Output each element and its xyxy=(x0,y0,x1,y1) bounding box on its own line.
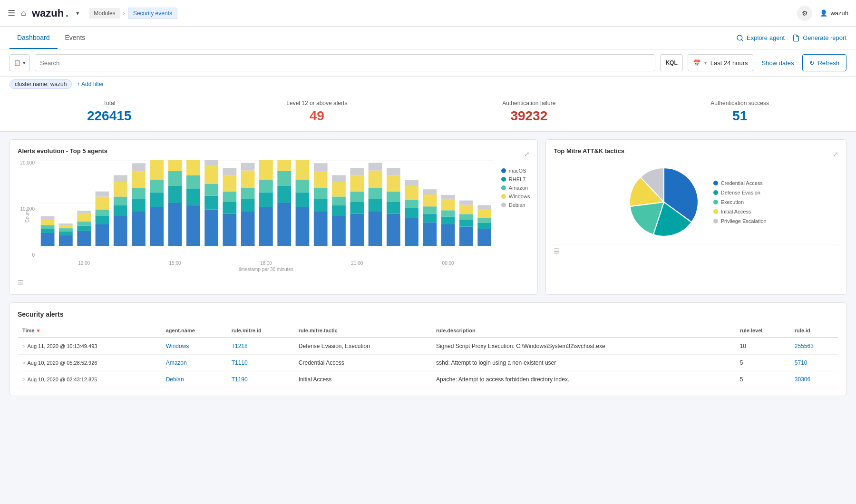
brand-dropdown[interactable]: ▾ xyxy=(76,10,79,17)
add-filter-button[interactable]: + Add filter xyxy=(77,81,104,87)
svg-rect-64 xyxy=(259,207,273,246)
expand-pie-chart-icon[interactable]: ⤢ xyxy=(833,150,838,158)
svg-rect-72 xyxy=(277,160,291,171)
cell-agent-1[interactable]: Amazon xyxy=(161,355,227,371)
svg-rect-112 xyxy=(423,194,437,206)
cell-mitre-id-2[interactable]: T1190 xyxy=(227,371,294,388)
pie-list-icon[interactable]: ☰ xyxy=(554,247,560,255)
cell-rule-id-1[interactable]: 5710 xyxy=(790,355,838,371)
breadcrumb-modules[interactable]: Modules xyxy=(89,8,120,19)
svg-rect-120 xyxy=(459,220,473,226)
sort-icon: ▼ xyxy=(36,328,41,333)
y-axis-title: Count xyxy=(25,197,30,235)
col-agent[interactable]: agent.name xyxy=(161,324,227,338)
cell-rule-id-0[interactable]: 255563 xyxy=(790,338,838,355)
svg-rect-39 xyxy=(168,203,182,246)
time-selector[interactable]: 📅 ▾ Last 24 hours xyxy=(688,54,753,71)
svg-rect-77 xyxy=(296,160,310,180)
svg-rect-56 xyxy=(223,192,237,202)
breadcrumb-security-events[interactable]: Security events xyxy=(128,8,177,19)
legend-dot-debian xyxy=(501,203,506,207)
legend-amazon: Amazon xyxy=(501,185,530,191)
svg-rect-31 xyxy=(132,188,146,199)
svg-rect-26 xyxy=(114,197,127,205)
svg-rect-32 xyxy=(132,171,146,188)
security-alerts-table-card: Security alerts Time ▼ agent.name rule.m… xyxy=(10,302,846,396)
report-icon xyxy=(792,34,800,42)
settings-icon[interactable]: ⚙ xyxy=(797,6,812,21)
home-icon[interactable]: ⌂ xyxy=(21,8,26,18)
svg-rect-76 xyxy=(296,180,310,193)
stats-row: Total 226415 Level 12 or above alerts 49… xyxy=(0,92,856,132)
list-icon[interactable]: ☰ xyxy=(18,279,24,287)
user-menu[interactable]: 👤 wazuh xyxy=(820,10,848,17)
dropdown-arrow-icon: ▾ xyxy=(23,60,26,66)
svg-rect-100 xyxy=(387,202,400,213)
col-level[interactable]: rule.level xyxy=(735,324,790,338)
svg-rect-27 xyxy=(114,182,127,197)
cell-rule-id-2[interactable]: 30306 xyxy=(790,371,838,388)
svg-rect-62 xyxy=(241,171,255,188)
search-bar[interactable] xyxy=(35,54,655,71)
cell-mitre-id-1[interactable]: T1110 xyxy=(227,355,294,371)
row-expand-1[interactable]: > xyxy=(22,360,25,366)
svg-rect-80 xyxy=(314,199,328,212)
svg-rect-53 xyxy=(204,160,218,166)
col-mitre-id[interactable]: rule.mitre.id xyxy=(227,324,294,338)
cell-tactic-2: Initial Access xyxy=(294,371,431,388)
svg-rect-57 xyxy=(223,175,237,192)
col-mitre-tactic[interactable]: rule.mitre.tactic xyxy=(294,324,431,338)
filter-tag[interactable]: cluster.name: wazuh xyxy=(10,79,72,89)
tab-events[interactable]: Events xyxy=(58,27,93,49)
kql-badge[interactable]: KQL xyxy=(660,54,682,71)
tab-dashboard[interactable]: Dashboard xyxy=(10,27,58,49)
x-axis-labels: 12:00 15:00 18:00 21:00 00:00 xyxy=(39,261,494,266)
explore-agent-button[interactable]: Explore agent xyxy=(736,34,785,42)
cell-level-0: 10 xyxy=(735,338,790,355)
svg-rect-18 xyxy=(77,211,91,213)
stat-auth-failure: Authentication failure 39232 xyxy=(502,100,555,124)
cell-agent-2[interactable]: Debian xyxy=(161,371,227,388)
bar-chart-svg xyxy=(39,160,494,247)
col-time[interactable]: Time ▼ xyxy=(18,324,161,338)
svg-rect-118 xyxy=(441,195,455,200)
search-type-icon: 📋 xyxy=(14,59,21,66)
cell-level-1: 5 xyxy=(735,355,790,371)
bar-chart-footer: ☰ xyxy=(18,276,530,287)
svg-rect-97 xyxy=(369,171,382,188)
svg-rect-9 xyxy=(59,235,73,246)
svg-rect-111 xyxy=(423,206,437,213)
cell-agent-0[interactable]: Windows xyxy=(161,338,227,355)
calendar-icon: 📅 xyxy=(693,59,700,67)
svg-rect-117 xyxy=(441,200,455,211)
hamburger-icon[interactable]: ☰ xyxy=(8,8,15,19)
show-dates-button[interactable]: Show dates xyxy=(758,59,798,67)
toolbar: 📋 ▾ KQL 📅 ▾ Last 24 hours Show dates ↻ R… xyxy=(0,49,856,77)
svg-rect-116 xyxy=(441,210,455,217)
svg-rect-49 xyxy=(204,210,218,246)
time-selector-arrow: ▾ xyxy=(704,60,707,66)
col-rule-id[interactable]: rule.id xyxy=(790,324,838,338)
svg-rect-61 xyxy=(241,188,255,199)
row-expand-0[interactable]: > xyxy=(22,343,25,349)
svg-rect-6 xyxy=(41,225,55,229)
main-content: Alerts evolution - Top 5 agents ⤢ 20,000… xyxy=(0,132,856,404)
search-input[interactable] xyxy=(40,59,650,67)
pie-chart-card: Top Mitre ATT&K tactics ⤢ Credential Acc… xyxy=(545,139,846,295)
refresh-button[interactable]: ↻ Refresh xyxy=(802,54,846,71)
svg-rect-75 xyxy=(296,193,310,208)
expand-bar-chart-icon[interactable]: ⤢ xyxy=(524,150,530,158)
svg-point-0 xyxy=(737,35,742,40)
table-row: >Aug 11, 2020 @ 10:13:49.493 Windows T12… xyxy=(18,338,838,355)
svg-rect-107 xyxy=(405,186,418,200)
search-type-dropdown[interactable]: 📋 ▾ xyxy=(10,54,30,71)
col-description[interactable]: rule.description xyxy=(431,324,735,338)
generate-report-button[interactable]: Generate report xyxy=(792,34,846,42)
top-navigation: ☰ ⌂ wazuh. ▾ Modules › Security events ⚙… xyxy=(0,0,856,27)
svg-rect-108 xyxy=(405,180,418,186)
explore-agent-icon xyxy=(736,34,744,42)
legend-dot-credential xyxy=(713,181,718,185)
cell-mitre-id-0[interactable]: T1218 xyxy=(227,338,294,355)
row-expand-2[interactable]: > xyxy=(22,377,25,382)
svg-rect-124 xyxy=(477,229,491,246)
